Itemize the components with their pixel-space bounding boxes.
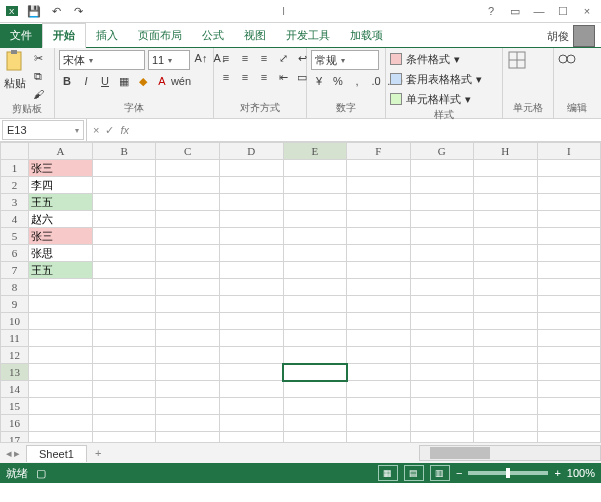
cell-C16[interactable] <box>156 415 220 432</box>
inc-decimal-icon[interactable]: .0 <box>368 73 384 89</box>
cell-E6[interactable] <box>283 245 346 262</box>
cell-B15[interactable] <box>92 398 156 415</box>
worksheet-grid[interactable]: ABCDEFGHI1张三2李四3王五4赵六5张三6张思7王五8910111213… <box>0 142 601 442</box>
cell-F9[interactable] <box>347 296 410 313</box>
cell-I13[interactable] <box>537 364 600 381</box>
redo-icon[interactable]: ↷ <box>70 3 86 19</box>
cell-B7[interactable] <box>92 262 156 279</box>
cell-I3[interactable] <box>537 194 600 211</box>
scrollbar-thumb[interactable] <box>430 447 490 459</box>
cell-G16[interactable] <box>410 415 474 432</box>
cell-D2[interactable] <box>220 177 284 194</box>
cell-F15[interactable] <box>347 398 410 415</box>
cell-C4[interactable] <box>156 211 220 228</box>
cell-G7[interactable] <box>410 262 474 279</box>
row-header-3[interactable]: 3 <box>1 194 29 211</box>
format-painter-icon[interactable]: 🖌 <box>30 86 46 102</box>
cell-F7[interactable] <box>347 262 410 279</box>
cell-B3[interactable] <box>92 194 156 211</box>
cell-F6[interactable] <box>347 245 410 262</box>
cell-H13[interactable] <box>474 364 538 381</box>
number-format-combo[interactable]: 常规▾ <box>311 50 379 70</box>
cell-B16[interactable] <box>92 415 156 432</box>
cell-B13[interactable] <box>92 364 156 381</box>
sheet-nav[interactable]: ◂▸ <box>0 447 26 460</box>
bold-icon[interactable]: B <box>59 73 75 89</box>
cell-H7[interactable] <box>474 262 538 279</box>
cell-G4[interactable] <box>410 211 474 228</box>
fx-icon[interactable]: fx <box>120 124 129 136</box>
cell-A7[interactable]: 王五 <box>29 262 93 279</box>
cell-F2[interactable] <box>347 177 410 194</box>
currency-icon[interactable]: ¥ <box>311 73 327 89</box>
cell-D10[interactable] <box>220 313 284 330</box>
col-header-A[interactable]: A <box>29 143 93 160</box>
cell-G2[interactable] <box>410 177 474 194</box>
cell-G6[interactable] <box>410 245 474 262</box>
cell-F16[interactable] <box>347 415 410 432</box>
cell-B4[interactable] <box>92 211 156 228</box>
cell-C8[interactable] <box>156 279 220 296</box>
cell-D9[interactable] <box>220 296 284 313</box>
cell-C2[interactable] <box>156 177 220 194</box>
cell-H3[interactable] <box>474 194 538 211</box>
cell-I12[interactable] <box>537 347 600 364</box>
cell-D15[interactable] <box>220 398 284 415</box>
cell-F17[interactable] <box>347 432 410 443</box>
col-header-E[interactable]: E <box>283 143 346 160</box>
cell-D11[interactable] <box>220 330 284 347</box>
cell-A8[interactable] <box>29 279 93 296</box>
cell-A5[interactable]: 张三 <box>29 228 93 245</box>
col-header-C[interactable]: C <box>156 143 220 160</box>
zoom-slider[interactable] <box>468 471 548 475</box>
row-header-13[interactable]: 13 <box>1 364 29 381</box>
page-break-view-icon[interactable]: ▥ <box>430 465 450 481</box>
cell-B9[interactable] <box>92 296 156 313</box>
font-color-icon[interactable]: A <box>154 73 170 89</box>
cell-A2[interactable]: 李四 <box>29 177 93 194</box>
cell-G10[interactable] <box>410 313 474 330</box>
zoom-in-icon[interactable]: + <box>554 467 560 479</box>
cell-H2[interactable] <box>474 177 538 194</box>
cell-I8[interactable] <box>537 279 600 296</box>
font-size-combo[interactable]: 11▾ <box>148 50 190 70</box>
cell-A16[interactable] <box>29 415 93 432</box>
cell-E1[interactable] <box>283 160 346 177</box>
minimize-icon[interactable]: — <box>529 5 549 17</box>
row-header-4[interactable]: 4 <box>1 211 29 228</box>
comma-icon[interactable]: , <box>349 73 365 89</box>
cell-C11[interactable] <box>156 330 220 347</box>
cell-F3[interactable] <box>347 194 410 211</box>
underline-icon[interactable]: U <box>97 73 113 89</box>
cell-D1[interactable] <box>220 160 284 177</box>
row-header-8[interactable]: 8 <box>1 279 29 296</box>
cell-H15[interactable] <box>474 398 538 415</box>
cell-G9[interactable] <box>410 296 474 313</box>
font-name-combo[interactable]: 宋体▾ <box>59 50 145 70</box>
save-icon[interactable]: 💾 <box>26 3 42 19</box>
cell-F1[interactable] <box>347 160 410 177</box>
cell-C5[interactable] <box>156 228 220 245</box>
cell-D17[interactable] <box>220 432 284 443</box>
cell-A13[interactable] <box>29 364 93 381</box>
cell-I11[interactable] <box>537 330 600 347</box>
cell-I10[interactable] <box>537 313 600 330</box>
cell-D8[interactable] <box>220 279 284 296</box>
cell-B17[interactable] <box>92 432 156 443</box>
cell-D7[interactable] <box>220 262 284 279</box>
cell-I14[interactable] <box>537 381 600 398</box>
percent-icon[interactable]: % <box>330 73 346 89</box>
cut-icon[interactable]: ✂ <box>30 50 46 66</box>
row-header-12[interactable]: 12 <box>1 347 29 364</box>
cell-I15[interactable] <box>537 398 600 415</box>
cell-F14[interactable] <box>347 381 410 398</box>
indent-dec-icon[interactable]: ⇤ <box>275 69 291 85</box>
cell-D4[interactable] <box>220 211 284 228</box>
cell-H5[interactable] <box>474 228 538 245</box>
cell-E7[interactable] <box>283 262 346 279</box>
cell-C9[interactable] <box>156 296 220 313</box>
cell-C7[interactable] <box>156 262 220 279</box>
cell-G15[interactable] <box>410 398 474 415</box>
cell-C13[interactable] <box>156 364 220 381</box>
cell-I5[interactable] <box>537 228 600 245</box>
